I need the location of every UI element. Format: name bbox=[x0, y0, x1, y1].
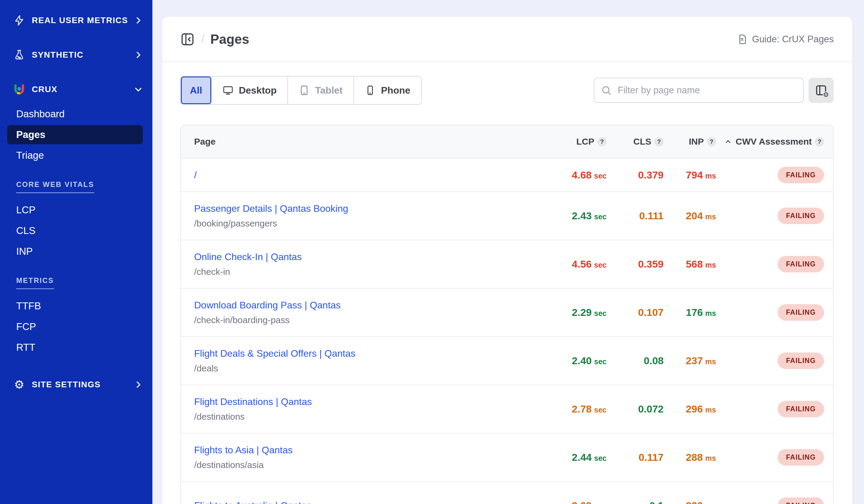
sidebar-item-label: Pages bbox=[16, 129, 45, 141]
column-header-cls[interactable]: CLS ? bbox=[607, 136, 664, 147]
tab-all[interactable]: All bbox=[181, 76, 212, 104]
page-link[interactable]: Flights to Australia | Qantas bbox=[194, 500, 311, 504]
lcp-unit: sec bbox=[594, 502, 607, 504]
inp-value-cell: 237ms bbox=[664, 355, 716, 367]
sidebar-item-label: LCP bbox=[16, 204, 35, 216]
gear-icon: ⚙ bbox=[13, 379, 25, 391]
chevron-right-icon bbox=[134, 50, 143, 59]
page-link[interactable]: Flight Destinations | Qantas bbox=[194, 396, 312, 407]
lcp-unit: sec bbox=[594, 213, 607, 221]
lcp-value-cell: 2.78sec bbox=[555, 403, 607, 415]
sidebar-item-lcp[interactable]: LCP bbox=[7, 200, 143, 219]
page-link[interactable]: Flights to Asia | Qantas bbox=[194, 445, 292, 456]
inp-value: 794 bbox=[686, 169, 703, 181]
guide-link-label: Guide: CrUX Pages bbox=[752, 34, 834, 45]
cls-value-cell: 0.111 bbox=[607, 210, 664, 222]
help-icon[interactable]: ? bbox=[654, 137, 664, 146]
column-header-cwv-assessment[interactable]: CWV Assessment ? bbox=[716, 136, 824, 147]
sidebar-item-pages[interactable]: Pages bbox=[7, 125, 143, 144]
sidebar-item-inp[interactable]: INP bbox=[7, 242, 143, 261]
column-header-lcp[interactable]: LCP ? bbox=[555, 136, 607, 147]
inp-unit: ms bbox=[705, 406, 716, 414]
page-cell: Passenger Details | Qantas Booking/booki… bbox=[181, 203, 555, 229]
help-icon[interactable]: ? bbox=[815, 137, 824, 146]
lcp-value: 2.44 bbox=[572, 452, 592, 463]
sidebar-item-crux[interactable]: CRUX bbox=[7, 81, 143, 98]
status-badge: FAILING bbox=[778, 256, 824, 272]
sort-ascending-icon bbox=[724, 138, 732, 145]
cwv-assessment-cell: FAILING bbox=[716, 401, 824, 417]
sidebar-item-ttfb[interactable]: TTFB bbox=[7, 296, 143, 315]
sidebar-item-real-user-metrics[interactable]: REAL USER METRICS bbox=[7, 12, 143, 29]
sidebar-item-label: CRUX bbox=[32, 85, 57, 94]
page-path: /check-in bbox=[194, 267, 555, 277]
sidebar-item-synthetic[interactable]: SYNTHETIC bbox=[7, 47, 143, 63]
inp-value-cell: 794ms bbox=[664, 169, 716, 181]
lcp-value: 2.69 bbox=[572, 500, 592, 504]
lcp-value-cell: 4.68sec bbox=[555, 169, 607, 181]
cls-value: 0.072 bbox=[638, 403, 664, 415]
table-row: Flights to Asia | Qantas/destinations/as… bbox=[181, 433, 833, 481]
tab-desktop[interactable]: Desktop bbox=[212, 76, 288, 104]
lcp-unit: sec bbox=[594, 406, 607, 414]
tab-tablet[interactable]: Tablet bbox=[288, 76, 354, 104]
cls-value: 0.111 bbox=[639, 210, 664, 222]
search-input[interactable] bbox=[594, 78, 804, 103]
page-path: /booking/passengers bbox=[194, 218, 555, 229]
page-link[interactable]: / bbox=[194, 169, 197, 181]
sidebar-item-triage[interactable]: Triage bbox=[7, 146, 143, 165]
page-link[interactable]: Passenger Details | Qantas Booking bbox=[194, 203, 348, 214]
help-icon[interactable]: ? bbox=[707, 137, 716, 146]
lcp-unit: sec bbox=[594, 309, 607, 318]
inp-value-cell: 176ms bbox=[664, 307, 716, 318]
sidebar-item-label: SITE SETTINGS bbox=[32, 380, 101, 389]
cls-value-cell: 0.1 bbox=[607, 500, 664, 504]
desktop-icon bbox=[223, 85, 233, 96]
chevron-right-icon bbox=[134, 380, 143, 389]
sidebar-item-site-settings[interactable]: ⚙ SITE SETTINGS bbox=[7, 376, 143, 393]
sidebar-item-label: REAL USER METRICS bbox=[32, 16, 128, 25]
inp-value: 296 bbox=[686, 403, 703, 415]
page-link[interactable]: Online Check-In | Qantas bbox=[194, 251, 302, 263]
guide-link[interactable]: Guide: CrUX Pages bbox=[737, 34, 834, 45]
column-settings-button[interactable]: ⚙ bbox=[808, 78, 834, 103]
crux-submenu: DashboardPagesTriage bbox=[7, 104, 143, 165]
toolbar: AllDesktopTabletPhone ⚙ bbox=[180, 76, 834, 105]
page-link[interactable]: Download Boarding Pass | Qantas bbox=[194, 300, 341, 311]
cwv-assessment-cell: FAILING bbox=[716, 497, 824, 504]
column-header-label: INP bbox=[689, 136, 704, 147]
page-link[interactable]: Flight Deals & Special Offers | Qantas bbox=[194, 348, 356, 359]
lcp-unit: sec bbox=[594, 171, 607, 180]
table-row: Passenger Details | Qantas Booking/booki… bbox=[181, 191, 833, 240]
column-header-label: CLS bbox=[633, 136, 651, 147]
panel-collapse-icon[interactable] bbox=[180, 32, 195, 47]
inp-unit: ms bbox=[705, 261, 716, 269]
core-web-vitals-group-label: CORE WEB VITALS bbox=[16, 180, 94, 193]
core-web-vitals-menu: LCPCLSINP bbox=[7, 200, 143, 261]
sidebar-item-dashboard[interactable]: Dashboard bbox=[7, 104, 143, 123]
table-row: Flights to Australia | Qantas2.69sec0.12… bbox=[181, 481, 833, 504]
tab-label: Tablet bbox=[315, 85, 343, 96]
inp-unit: ms bbox=[705, 454, 716, 463]
cwv-assessment-cell: FAILING bbox=[716, 449, 824, 466]
chevron-right-icon bbox=[134, 16, 143, 25]
sidebar-item-fcp[interactable]: FCP bbox=[7, 317, 143, 336]
column-header-label: LCP bbox=[576, 136, 594, 147]
column-header-inp[interactable]: INP ? bbox=[664, 136, 716, 147]
sidebar-item-cls[interactable]: CLS bbox=[7, 221, 143, 240]
help-icon[interactable]: ? bbox=[597, 137, 607, 146]
table-row: Download Boarding Pass | Qantas/check-in… bbox=[181, 288, 833, 336]
table-row: Online Check-In | Qantas/check-in4.56sec… bbox=[181, 240, 833, 288]
metrics-menu: TTFBFCPRTT bbox=[7, 296, 143, 357]
search-field bbox=[594, 78, 804, 103]
table-row: Flight Destinations | Qantas/destination… bbox=[181, 385, 833, 433]
lcp-value: 2.43 bbox=[572, 210, 592, 222]
tab-phone[interactable]: Phone bbox=[354, 76, 421, 104]
status-badge: FAILING bbox=[778, 401, 824, 417]
inp-value: 204 bbox=[686, 210, 703, 222]
sidebar-item-rtt[interactable]: RTT bbox=[7, 338, 143, 357]
page-cell: Flights to Australia | Qantas bbox=[181, 500, 555, 504]
inp-unit: ms bbox=[705, 213, 716, 221]
cls-value: 0.08 bbox=[644, 355, 664, 367]
column-header-page[interactable]: Page bbox=[181, 136, 555, 147]
